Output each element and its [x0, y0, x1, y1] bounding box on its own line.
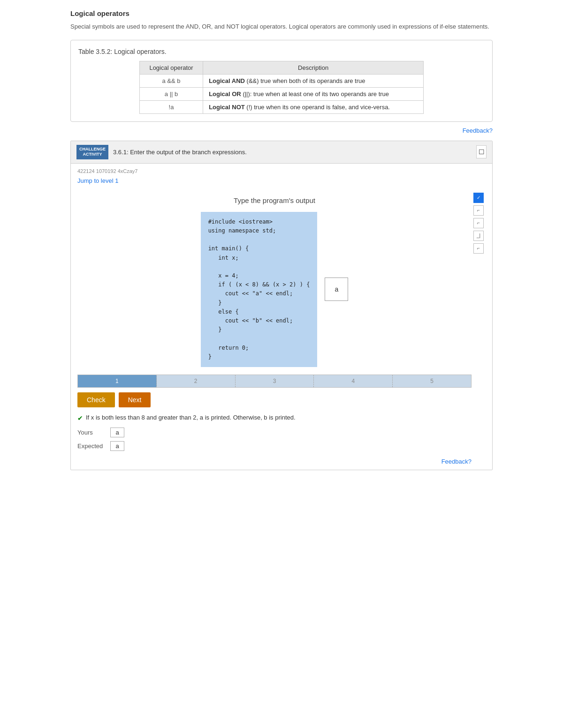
- side-bar: ✓ ⌐ ⌐ _| ⌐: [472, 191, 486, 465]
- description-or: Logical OR (||): true when at least one …: [203, 87, 424, 100]
- check-button[interactable]: Check: [77, 392, 115, 407]
- code-area-wrapper: #include <iostream> using namespace std;…: [77, 212, 472, 367]
- code-line: using namespace std;: [208, 226, 310, 235]
- expected-label: Expected: [77, 443, 106, 450]
- code-line: [208, 263, 310, 271]
- code-line: else {: [208, 308, 310, 316]
- challenge-body: 422124 1070192 4xCzay7 Jump to level 1 T…: [71, 164, 492, 470]
- challenge-badge: CHALLENGE ACTIVITY: [76, 145, 108, 159]
- operator-not: !a: [139, 100, 203, 113]
- expected-value: a: [110, 441, 124, 451]
- activity-id: 422124 1070192 4xCzay7: [77, 168, 486, 174]
- code-line: }: [208, 299, 310, 308]
- section-description: Special symbols are used to represent th…: [70, 22, 493, 31]
- table-row: a && b Logical AND (&&) true when both o…: [139, 74, 423, 87]
- code-line: x = 4;: [208, 271, 310, 280]
- progress-segment-5[interactable]: 5: [393, 375, 471, 387]
- code-line: return 0;: [208, 344, 310, 353]
- yours-label: Yours: [77, 429, 106, 436]
- main-layout: Type the program's output #include <iost…: [77, 191, 486, 465]
- badge-line1: CHALLENGE: [79, 147, 106, 152]
- operator-and: a && b: [139, 74, 203, 87]
- challenge-section: CHALLENGE ACTIVITY 3.6.1: Enter the outp…: [70, 141, 493, 470]
- badge-line2: ACTIVITY: [79, 152, 106, 158]
- yours-value: a: [110, 428, 124, 437]
- progress-segment-3[interactable]: 3: [236, 375, 314, 387]
- answer-input-box[interactable]: a: [325, 278, 348, 301]
- table-container: Table 3.5.2: Logical operators. Logical …: [70, 40, 493, 122]
- operator-or: a || b: [139, 87, 203, 100]
- code-line: }: [208, 353, 310, 361]
- bookmark-button[interactable]: ☐: [476, 145, 487, 158]
- logical-operators-table: Logical operator Description a && b Logi…: [139, 61, 424, 114]
- side-bracket4-icon[interactable]: ⌐: [473, 243, 484, 254]
- button-row: Check Next: [77, 392, 472, 407]
- challenge-title: 3.6.1: Enter the output of the branch ex…: [113, 149, 476, 156]
- code-line: int x;: [208, 254, 310, 263]
- code-line: cout << "b" << endl;: [208, 316, 310, 325]
- section-title: Logical operators: [70, 9, 493, 17]
- main-content: Type the program's output #include <iost…: [77, 191, 472, 465]
- jump-to-level[interactable]: Jump to level 1: [77, 177, 118, 184]
- side-bracket1-icon[interactable]: ⌐: [473, 205, 484, 216]
- progress-segment-4[interactable]: 4: [314, 375, 393, 387]
- code-line: [208, 235, 310, 244]
- side-bracket2-icon[interactable]: ⌐: [473, 218, 484, 228]
- side-bracket3-icon[interactable]: _|: [473, 231, 484, 241]
- col-header-operator: Logical operator: [139, 61, 203, 74]
- bookmark-icon: ☐: [479, 148, 485, 156]
- code-line: if ( (x < 8) && (x > 2) ) {: [208, 280, 310, 289]
- table-caption: Table 3.5.2: Logical operators.: [78, 48, 485, 55]
- col-header-description: Description: [203, 61, 424, 74]
- code-line: [208, 334, 310, 343]
- description-not: Logical NOT (!) true when its one operan…: [203, 100, 424, 113]
- side-check-icon[interactable]: ✓: [473, 193, 484, 203]
- code-block: #include <iostream> using namespace std;…: [201, 212, 318, 367]
- code-line: int main() {: [208, 244, 310, 253]
- description-and: Logical AND (&&) true when both of its o…: [203, 74, 424, 87]
- result-area: ✔ If x is both less than 8 and greater t…: [77, 414, 472, 422]
- table-row: a || b Logical OR (||): true when at lea…: [139, 87, 423, 100]
- progress-bar: 1 2 3 4 5: [77, 375, 472, 388]
- expected-row: Expected a: [77, 441, 472, 451]
- check-icon: ✔: [77, 414, 83, 422]
- prompt-text: Type the program's output: [77, 196, 472, 204]
- progress-segment-2[interactable]: 2: [157, 375, 236, 387]
- yours-row: Yours a: [77, 428, 472, 437]
- challenge-header: CHALLENGE ACTIVITY 3.6.1: Enter the outp…: [71, 141, 492, 164]
- feedback-link-bottom[interactable]: Feedback?: [77, 458, 472, 465]
- code-line: cout << "a" << endl;: [208, 289, 310, 298]
- result-text-content: If x is both less than 8 and greater tha…: [86, 414, 296, 421]
- table-row: !a Logical NOT (!) true when its one ope…: [139, 100, 423, 113]
- code-line: #include <iostream>: [208, 218, 310, 226]
- feedback-link-top[interactable]: Feedback?: [70, 127, 493, 134]
- code-line: }: [208, 325, 310, 334]
- next-button[interactable]: Next: [119, 392, 151, 407]
- progress-segment-1[interactable]: 1: [78, 375, 157, 387]
- yours-expected-section: Yours a Expected a: [77, 428, 472, 451]
